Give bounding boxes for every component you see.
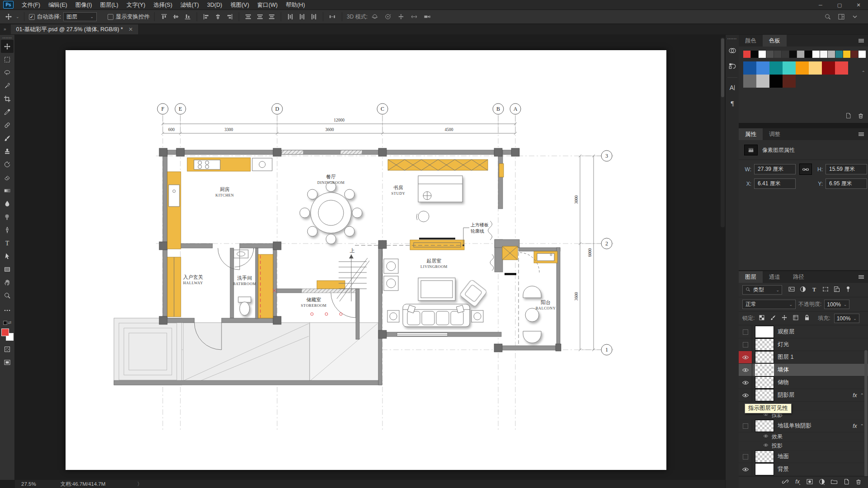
layer-visibility-toggle[interactable] — [739, 389, 752, 401]
x-field[interactable]: 6.41 厘米 — [754, 178, 796, 189]
scroll-up-icon[interactable]: ⌃ — [862, 70, 865, 75]
tool-magic-wand[interactable] — [1, 79, 14, 92]
new-layer-icon[interactable] — [843, 478, 850, 487]
layer-name[interactable]: 灯光 — [778, 341, 789, 348]
tab-color[interactable]: 颜色 — [739, 35, 763, 47]
delete-layer-icon[interactable] — [855, 478, 862, 487]
tab-paths[interactable]: 路径 — [787, 271, 811, 283]
layer-name[interactable]: 地毯单独阴影 — [778, 422, 811, 430]
lock-transparency-icon[interactable] — [758, 314, 765, 323]
swatch[interactable] — [743, 61, 756, 75]
minimize-button[interactable]: ─ — [811, 0, 830, 10]
swatch[interactable] — [782, 51, 789, 58]
screen-mode-icon[interactable] — [1, 356, 14, 369]
layer-row[interactable]: 背景 — [739, 463, 868, 476]
height-field[interactable]: 15.59 厘米 — [826, 164, 867, 174]
layer-name[interactable]: 地面 — [778, 453, 789, 460]
swatch[interactable] — [743, 51, 750, 58]
effect-eye-icon[interactable] — [763, 442, 769, 449]
tool-move[interactable] — [1, 40, 14, 53]
layer-thumbnail[interactable] — [755, 464, 774, 475]
layer-effect-row[interactable]: 投影 — [739, 441, 868, 450]
swatch[interactable] — [743, 75, 756, 88]
artboard[interactable]: 12000 600 3300 3600 4500 3000 6000 3600 — [66, 50, 666, 470]
swatch[interactable] — [783, 61, 796, 75]
menu-帮助(H)[interactable]: 帮助(H) — [282, 0, 309, 10]
tool-pen[interactable] — [1, 223, 14, 236]
menu-图层(L)[interactable]: 图层(L) — [96, 0, 122, 10]
new-group-icon[interactable] — [830, 478, 838, 487]
effect-eye-icon[interactable] — [763, 433, 769, 440]
workspace-switcher-icon[interactable] — [836, 12, 846, 22]
zoom-3d-camera-icon[interactable] — [422, 12, 432, 22]
auto-select-dropdown[interactable]: 图层 ⌄ — [63, 12, 97, 21]
distribute-bottom-edges-icon[interactable] — [267, 12, 277, 22]
zoom-level[interactable]: 27.5% — [15, 481, 42, 487]
toolbar-grip[interactable]: ▪▪▪▪▪▪ — [3, 36, 12, 40]
swatch[interactable] — [756, 75, 769, 88]
tab-properties[interactable]: 属性 — [739, 128, 763, 140]
smart-object-filter-icon[interactable] — [833, 286, 840, 294]
layer-thumbnail[interactable] — [755, 420, 774, 432]
tool-path-selection[interactable] — [1, 249, 14, 263]
swatch[interactable] — [859, 51, 866, 58]
fx-badge[interactable]: fx — [853, 423, 857, 429]
layer-thumbnail[interactable] — [755, 352, 774, 363]
align-vertical-centers-icon[interactable] — [171, 12, 181, 22]
link-layers-icon[interactable] — [782, 478, 789, 487]
new-adjustment-layer-icon[interactable] — [818, 478, 826, 487]
fx-badge[interactable]: fx — [853, 392, 857, 399]
layer-visibility-toggle[interactable] — [739, 338, 752, 351]
canvas-area[interactable]: 12000 600 3300 3600 4500 3000 6000 3600 — [15, 35, 725, 480]
panel-menu-icon[interactable] — [858, 131, 865, 139]
lock-artboard-icon[interactable] — [792, 314, 799, 323]
delete-swatch-icon[interactable] — [857, 112, 864, 121]
layer-thumbnail[interactable] — [755, 339, 774, 350]
layer-name[interactable]: 图层 1 — [778, 353, 793, 361]
move-tool-icon[interactable] — [4, 12, 14, 22]
panel-menu-icon[interactable] — [858, 273, 865, 282]
layer-visibility-toggle[interactable] — [739, 351, 752, 363]
layer-row[interactable]: 地面 — [739, 450, 868, 463]
blend-mode-dropdown[interactable]: 正常⌄ — [742, 300, 796, 309]
swatch[interactable] — [797, 51, 804, 58]
menu-图像(I)[interactable]: 图像(I) — [71, 0, 96, 10]
layer-thumbnail[interactable] — [755, 389, 774, 401]
swatch[interactable] — [759, 51, 766, 58]
status-chevron-icon[interactable]: 〉 — [110, 481, 142, 488]
tool-type[interactable]: T — [1, 236, 14, 249]
auto-select-checkbox[interactable]: ✓ — [29, 14, 35, 20]
orbit-3d-camera-icon[interactable] — [370, 12, 380, 22]
tool-lasso[interactable] — [1, 66, 14, 79]
tool-clone-stamp[interactable] — [1, 145, 14, 158]
tool-rectangular-marquee[interactable] — [1, 53, 14, 66]
y-field[interactable]: 6.95 厘米 — [826, 178, 867, 189]
layer-style-fx-icon[interactable]: fx — [794, 478, 801, 487]
layer-visibility-toggle[interactable] — [739, 463, 752, 475]
menu-滤镜(T)[interactable]: 滤镜(T) — [176, 0, 203, 10]
tab-channels[interactable]: 通道 — [763, 271, 787, 283]
double-chevron-icon[interactable]: » — [0, 24, 9, 34]
swatch[interactable] — [843, 51, 850, 58]
tool-history-brush[interactable] — [1, 158, 14, 171]
layer-visibility-toggle[interactable] — [739, 364, 752, 376]
tab-layers[interactable]: 图层 — [739, 271, 763, 283]
layer-visibility-toggle[interactable] — [739, 420, 752, 432]
layer-name[interactable]: 储物 — [778, 379, 789, 386]
layer-thumbnail[interactable] — [755, 364, 774, 375]
distribute-top-edges-icon[interactable] — [243, 12, 253, 22]
menu-编辑(E)[interactable]: 编辑(E) — [44, 0, 71, 10]
swatch[interactable] — [822, 61, 835, 75]
swatch[interactable] — [783, 75, 796, 88]
layer-row[interactable]: 地毯单独阴影 fx⌃ — [739, 420, 868, 432]
chevron-down-icon[interactable] — [850, 12, 860, 22]
tool-brush[interactable] — [1, 131, 14, 145]
swatch[interactable] — [796, 61, 809, 75]
layer-effect-row[interactable]: 效果 — [739, 432, 868, 441]
layer-visibility-toggle[interactable] — [739, 450, 752, 463]
menu-窗口(W)[interactable]: 窗口(W) — [253, 0, 282, 10]
tab-swatches[interactable]: 色板 — [763, 35, 787, 47]
swatch[interactable] — [812, 51, 820, 58]
drag-3d-camera-icon[interactable] — [396, 12, 406, 22]
lock-position-icon[interactable] — [781, 314, 788, 323]
